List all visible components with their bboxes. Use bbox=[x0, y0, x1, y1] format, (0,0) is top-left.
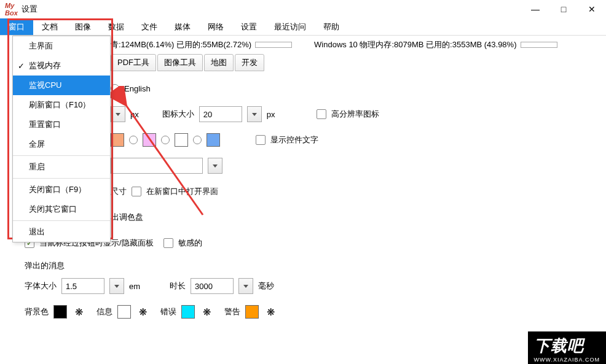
label-open-new-window: 在新窗口中打开界面 bbox=[146, 186, 218, 197]
label-em: em bbox=[129, 282, 140, 291]
radio-english[interactable] bbox=[111, 84, 119, 93]
tab-image-tools[interactable]: 图像工具 bbox=[157, 54, 203, 71]
label-hidpi: 高分辨率图标 bbox=[331, 109, 379, 120]
dd-restart[interactable]: 重启 bbox=[13, 157, 110, 177]
icon-size-dropdown[interactable] bbox=[247, 106, 262, 122]
memory-bar-right bbox=[521, 42, 557, 48]
menu-file[interactable]: 文件 bbox=[133, 18, 166, 35]
status-memory-left: 青:124MB(6.14%) 已用的:55MB(2.72%) bbox=[111, 39, 251, 50]
label-icon-size: 图标大小 bbox=[162, 109, 194, 120]
label-show-text: 显示控件文字 bbox=[270, 134, 318, 145]
menu-document[interactable]: 文档 bbox=[33, 18, 66, 35]
checkbox-hidpi[interactable] bbox=[317, 109, 326, 119]
label-px-2: px bbox=[267, 110, 275, 119]
tab-pdf-tools[interactable]: PDF工具 bbox=[111, 54, 156, 71]
checkbox-sensitive[interactable] bbox=[163, 238, 173, 248]
color-swatch-2[interactable] bbox=[143, 133, 156, 147]
color-swatch-4[interactable] bbox=[207, 133, 220, 147]
warn-palette-icon[interactable]: ❋ bbox=[264, 305, 277, 319]
menubar: 窗口 文档 图像 数据 文件 媒体 网络 设置 最近访问 帮助 bbox=[0, 18, 606, 36]
tab-map[interactable]: 地图 bbox=[204, 54, 234, 71]
app-icon: MyBox bbox=[5, 2, 18, 17]
dd-separator bbox=[13, 220, 110, 221]
maximize-button[interactable]: □ bbox=[549, 0, 578, 18]
menu-media[interactable]: 媒体 bbox=[166, 18, 199, 35]
minimize-button[interactable]: — bbox=[521, 0, 549, 18]
info-color-swatch[interactable] bbox=[117, 305, 131, 319]
dd-exit[interactable]: 退出 bbox=[13, 222, 110, 242]
label-sensitive: 敏感的 bbox=[178, 238, 202, 249]
duration-dropdown[interactable] bbox=[238, 278, 253, 294]
bg-palette-icon[interactable]: ❋ bbox=[72, 305, 85, 319]
dd-fullscreen[interactable]: 全屏 bbox=[13, 134, 110, 154]
menu-settings[interactable]: 设置 bbox=[232, 18, 266, 35]
label-ms: 毫秒 bbox=[258, 281, 274, 292]
color-radio-4[interactable] bbox=[193, 136, 202, 144]
color-radio-3[interactable] bbox=[161, 136, 170, 144]
color-swatch-3[interactable] bbox=[175, 133, 188, 147]
wide-select-input[interactable] bbox=[111, 158, 203, 174]
label-ruler: 尺寸 bbox=[111, 186, 127, 197]
dd-close-window[interactable]: 关闭窗口（F9） bbox=[13, 180, 110, 199]
dd-monitor-cpu[interactable]: 监视CPU bbox=[13, 76, 110, 95]
label-error-color: 错误 bbox=[160, 306, 176, 317]
label-px-1: px bbox=[130, 110, 139, 119]
menu-recent[interactable]: 最近访问 bbox=[266, 18, 315, 35]
error-palette-icon[interactable]: ❋ bbox=[200, 305, 213, 319]
menu-image[interactable]: 图像 bbox=[66, 18, 100, 35]
checkbox-show-text[interactable] bbox=[256, 135, 266, 145]
size-dropdown-1[interactable] bbox=[111, 106, 125, 122]
tab-develop[interactable]: 开发 bbox=[235, 54, 264, 71]
info-palette-icon[interactable]: ❋ bbox=[136, 305, 149, 319]
dd-separator bbox=[13, 178, 110, 179]
label-duration: 时长 bbox=[170, 281, 186, 292]
duration-input[interactable]: 3000 bbox=[191, 278, 234, 294]
window-menu-dropdown: 主界面 监视内存 监视CPU 刷新窗口（F10） 重置窗口 全屏 重启 关闭窗口… bbox=[12, 36, 111, 242]
icon-size-input[interactable]: 20 bbox=[199, 106, 242, 122]
label-bg-color: 背景色 bbox=[25, 306, 49, 317]
dd-main-interface[interactable]: 主界面 bbox=[13, 36, 110, 56]
error-color-swatch[interactable] bbox=[181, 305, 195, 319]
close-button[interactable]: ✕ bbox=[578, 0, 606, 18]
menu-network[interactable]: 网络 bbox=[199, 18, 232, 35]
color-radio-2[interactable] bbox=[129, 136, 138, 144]
dd-close-others[interactable]: 关闭其它窗口 bbox=[13, 199, 110, 219]
label-info-color: 信息 bbox=[96, 306, 112, 317]
checkbox-open-new-window[interactable] bbox=[132, 187, 141, 196]
watermark: 下载吧 WWW.XIAZAIBA.COM bbox=[528, 331, 607, 364]
menu-help[interactable]: 帮助 bbox=[315, 18, 348, 35]
dd-monitor-memory[interactable]: 监视内存 bbox=[13, 56, 110, 76]
warn-color-swatch[interactable] bbox=[245, 305, 259, 319]
popup-section-title: 弹出的消息 bbox=[18, 260, 600, 271]
dd-refresh-window[interactable]: 刷新窗口（F10） bbox=[13, 95, 110, 115]
wide-select-dropdown[interactable] bbox=[208, 158, 222, 174]
dd-reset-window[interactable]: 重置窗口 bbox=[13, 115, 110, 134]
font-size-dropdown[interactable] bbox=[109, 278, 124, 294]
label-warn-color: 警告 bbox=[224, 306, 240, 317]
memory-bar-left bbox=[255, 42, 292, 48]
menu-window[interactable]: 窗口 bbox=[0, 18, 33, 35]
label-font-size: 字体大小 bbox=[25, 281, 57, 292]
dd-separator bbox=[13, 155, 110, 156]
label-english: English bbox=[124, 84, 151, 93]
color-swatch-1[interactable] bbox=[111, 133, 124, 147]
font-size-input[interactable]: 1.5 bbox=[61, 278, 104, 294]
status-memory-right: Windows 10 物理内存:8079MB 已用的:3553MB (43.98… bbox=[314, 39, 516, 50]
watermark-url: WWW.XIAZAIBA.COM bbox=[534, 357, 600, 363]
menu-data[interactable]: 数据 bbox=[100, 18, 133, 35]
bg-color-swatch[interactable] bbox=[53, 305, 67, 319]
window-title: 设置 bbox=[22, 4, 37, 15]
watermark-text: 下载吧 bbox=[534, 335, 600, 357]
